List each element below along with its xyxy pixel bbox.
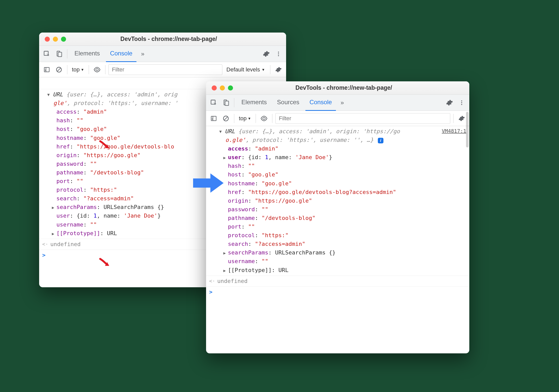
prop-key[interactable]: user: [228, 154, 241, 160]
disclosure-triangle-icon[interactable]: [219, 129, 224, 136]
levels-label: Default levels: [226, 66, 260, 73]
summary-fragment: , protocol: 'https:', username: ': [67, 100, 178, 106]
device-toggle-icon[interactable]: [54, 49, 64, 59]
prop-key[interactable]: [[Prototype]]: [228, 267, 272, 273]
close-icon[interactable]: [212, 85, 217, 91]
filter-input[interactable]: [108, 64, 222, 75]
prop-key[interactable]: port: [56, 178, 70, 184]
prop-key[interactable]: searchParams: [56, 204, 97, 210]
summary-fragment: o.gle': [225, 137, 245, 143]
more-tabs-icon[interactable]: »: [138, 50, 147, 57]
sidebar-toggle-icon[interactable]: [209, 113, 219, 124]
titlebar[interactable]: DevTools - chrome://new-tab-page/: [39, 33, 286, 46]
prompt-chevron-icon: >: [209, 289, 212, 295]
separator: [256, 114, 256, 123]
disclosure-triangle-icon[interactable]: [52, 205, 56, 211]
context-label: top: [72, 66, 80, 73]
log-levels-dropdown[interactable]: Default levels ▼: [224, 66, 267, 73]
prop-key[interactable]: href: [228, 189, 241, 195]
prop-key[interactable]: origin: [56, 152, 76, 158]
summary-fragment: gle': [53, 100, 67, 106]
prop-key[interactable]: access: [56, 109, 76, 115]
prop-key[interactable]: username: [228, 258, 255, 264]
tab-bar: Elements Console »: [39, 46, 286, 62]
sidebar-toggle-icon[interactable]: [42, 65, 52, 75]
user-name: 'Jane Doe': [295, 154, 329, 160]
context-selector[interactable]: top ▼: [237, 115, 253, 122]
prop-key[interactable]: access: [228, 145, 248, 152]
disclosure-triangle-icon[interactable]: [223, 155, 228, 161]
prop-key[interactable]: pathname: [228, 215, 255, 221]
tab-console[interactable]: Console: [305, 95, 336, 111]
prop-value: "": [90, 161, 97, 167]
prop-key[interactable]: host: [56, 126, 70, 132]
more-tabs-icon[interactable]: »: [338, 99, 346, 106]
svg-point-12: [461, 100, 462, 101]
kebab-icon[interactable]: [457, 98, 467, 108]
user-brace-close: }: [157, 213, 161, 219]
disclosure-triangle-icon[interactable]: [52, 231, 56, 237]
chevron-down-icon: ▼: [261, 68, 265, 72]
live-expression-icon[interactable]: [92, 65, 102, 75]
prop-key[interactable]: searchParams: [228, 249, 268, 256]
prop-key[interactable]: protocol: [56, 187, 83, 193]
tab-console[interactable]: Console: [106, 46, 136, 62]
clear-console-icon[interactable]: [54, 65, 64, 75]
tab-elements[interactable]: Elements: [237, 95, 271, 111]
prop-key[interactable]: origin: [228, 198, 248, 204]
titlebar[interactable]: DevTools - chrome://new-tab-page/: [206, 81, 469, 95]
prop-value: URL: [107, 230, 117, 236]
console-entry[interactable]: VM4817:1 URL {user: {…}, access: 'admin'…: [206, 126, 469, 276]
prop-value: "": [90, 221, 97, 228]
prop-key[interactable]: hostname: [228, 180, 255, 187]
prop-key[interactable]: username: [56, 221, 83, 228]
kebab-icon[interactable]: [273, 49, 284, 59]
prop-key[interactable]: host: [228, 171, 241, 178]
gear-icon[interactable]: [273, 65, 284, 75]
disclosure-triangle-icon[interactable]: [47, 92, 52, 99]
prop-key[interactable]: password: [56, 161, 83, 167]
source-link[interactable]: VM4817:1: [442, 127, 466, 135]
tab-sources[interactable]: Sources: [273, 95, 303, 111]
user-brace: {id:: [248, 154, 265, 160]
prop-value: "": [248, 163, 255, 169]
window-title: DevTools - chrome://new-tab-page/: [51, 36, 286, 42]
console-prompt[interactable]: >: [206, 287, 469, 297]
prop-key[interactable]: [[Prototype]]: [56, 230, 100, 236]
gear-icon[interactable]: [457, 113, 467, 124]
prop-key[interactable]: password: [228, 206, 255, 213]
prop-key[interactable]: protocol: [228, 232, 255, 238]
filter-input[interactable]: [275, 113, 450, 124]
clear-console-icon[interactable]: [221, 113, 231, 124]
disclosure-triangle-icon[interactable]: [223, 268, 228, 274]
prop-key[interactable]: user: [56, 213, 70, 219]
prop-key[interactable]: pathname: [56, 169, 83, 176]
prop-key[interactable]: search: [56, 195, 76, 202]
svg-point-17: [263, 117, 265, 119]
summary-fragment: , protocol: 'https:', username: '', …}: [245, 137, 373, 143]
info-badge-icon[interactable]: i: [378, 138, 383, 143]
prop-key[interactable]: hash: [228, 163, 241, 169]
context-label: top: [239, 115, 247, 122]
live-expression-icon[interactable]: [259, 113, 269, 124]
prop-key[interactable]: search: [228, 241, 248, 247]
svg-rect-11: [225, 101, 229, 105]
inspect-icon[interactable]: [42, 49, 52, 59]
gear-icon[interactable]: [261, 49, 271, 59]
prop-value: URL: [278, 267, 289, 273]
close-icon[interactable]: [45, 37, 50, 42]
inspect-icon[interactable]: [209, 98, 219, 108]
prop-key[interactable]: port: [228, 223, 241, 230]
gear-icon[interactable]: [444, 98, 455, 108]
disclosure-triangle-icon[interactable]: [223, 250, 228, 257]
prop-key[interactable]: hash: [56, 117, 70, 124]
device-toggle-icon[interactable]: [221, 98, 231, 108]
chevron-down-icon: ▼: [248, 116, 251, 120]
context-selector[interactable]: top ▼: [70, 66, 86, 73]
tab-elements[interactable]: Elements: [70, 46, 104, 62]
prop-value: "admin": [83, 109, 107, 115]
prop-key[interactable]: href: [56, 143, 70, 150]
summary-text: {user: {…}, access: 'admin', origin: 'ht…: [238, 128, 400, 134]
prop-value: "/devtools-blog": [90, 169, 144, 176]
prop-key[interactable]: hostname: [56, 135, 83, 141]
